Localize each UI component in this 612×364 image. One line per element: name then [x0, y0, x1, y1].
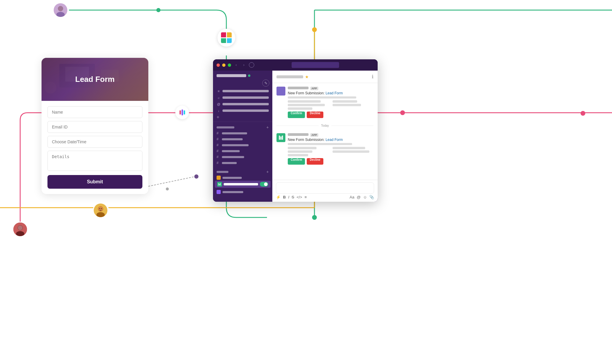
dm-item-2[interactable]	[213, 189, 272, 195]
add-channel-button[interactable]: +	[266, 125, 269, 130]
add-dm-button[interactable]: +	[266, 169, 269, 174]
sidebar-add-button[interactable]: +	[213, 114, 272, 120]
app-badge-1: APP	[310, 87, 318, 90]
name-input[interactable]	[47, 106, 142, 118]
channel-name-bar	[276, 75, 303, 78]
italic-icon[interactable]: I	[288, 195, 289, 199]
svg-point-7	[312, 27, 317, 32]
svg-rect-33	[280, 136, 282, 140]
field-2-1	[288, 147, 317, 149]
info-icon[interactable]: ℹ	[372, 74, 373, 80]
titlebar-close[interactable]	[217, 63, 220, 67]
field-5	[288, 107, 312, 110]
slack-q4	[227, 38, 232, 43]
dashed-small-dot	[166, 187, 169, 190]
mention-icon[interactable]: @	[357, 195, 361, 199]
sidebar-item-mentions[interactable]: @	[213, 101, 272, 107]
channel-item-6[interactable]: #	[213, 160, 272, 166]
fillout-bar-1	[179, 110, 181, 115]
field-2-4	[333, 150, 370, 153]
compose-button[interactable]: ✎	[262, 80, 269, 87]
message-2: APP New Form Submission: Lead Form	[276, 133, 373, 165]
field-2-3	[288, 150, 312, 153]
lead-form-card: Lead Form Submit	[42, 58, 148, 194]
message-2-actions: Confirm Decline	[288, 158, 373, 165]
attach-icon[interactable]: 📎	[369, 195, 374, 199]
nav-forward[interactable]: ›	[241, 62, 247, 68]
font-size-icon[interactable]: Aa	[350, 195, 355, 199]
confirm-button-1[interactable]: Confirm	[288, 112, 305, 118]
svg-rect-29	[218, 183, 219, 185]
nav-back[interactable]: ‹	[233, 62, 239, 68]
lead-form-link-1[interactable]: Lead Form	[325, 91, 343, 95]
submit-button[interactable]: Submit	[47, 175, 142, 189]
star-icon[interactable]: ★	[305, 74, 309, 79]
message-1-fields	[288, 100, 373, 110]
message-input-box[interactable]	[276, 182, 374, 194]
history-clock	[249, 62, 254, 68]
svg-point-18	[101, 208, 102, 209]
message-1: APP New Form Submission: Lead Form	[276, 87, 373, 118]
slack-body: ✎ ≡ ⌕ @ ↓ + +	[213, 71, 378, 202]
dm-avatar-1	[217, 176, 221, 180]
decline-button-1[interactable]: Decline	[307, 112, 323, 118]
svg-point-13	[56, 12, 65, 17]
message-2-text: New Form Submission: Lead Form	[288, 138, 373, 142]
dm-section-header: +	[213, 168, 272, 175]
sender-name-1	[288, 87, 309, 89]
lead-form-header: Lead Form	[42, 58, 148, 101]
svg-rect-32	[279, 136, 280, 140]
code-icon[interactable]: </>	[297, 195, 302, 199]
details-textarea[interactable]	[47, 151, 142, 171]
svg-point-6	[400, 110, 405, 115]
slack-sidebar: ✎ ≡ ⌕ @ ↓ + +	[213, 71, 272, 202]
field-1	[288, 100, 321, 103]
fillout-bar-2	[182, 109, 183, 115]
datetime-input[interactable]	[47, 136, 142, 148]
sidebar-more-label	[222, 109, 269, 112]
field-2-5	[288, 154, 308, 156]
titlebar-maximize[interactable]	[228, 63, 231, 67]
slack-main-content: ★ ℹ APP New Form Submission: Lead Form	[272, 71, 378, 202]
workspace-name	[217, 74, 246, 77]
svg-point-15	[96, 212, 105, 217]
channel-toggle[interactable]	[260, 182, 268, 187]
titlebar-minimize[interactable]	[222, 63, 225, 67]
chat-input-area: ⚡ B I S </> ≡ Aa @ ☺ 📎	[272, 180, 378, 202]
email-input[interactable]	[47, 121, 142, 133]
bold-icon[interactable]: B	[283, 195, 286, 199]
channel-item-5[interactable]: #	[213, 154, 272, 160]
dashed-connector-dot	[194, 174, 198, 179]
emoji-icon[interactable]: ☺	[363, 195, 367, 199]
divider-label: Today	[321, 124, 329, 127]
confirm-button-2[interactable]: Confirm	[288, 158, 305, 165]
channel-item-4[interactable]: #	[213, 148, 272, 154]
svg-point-17	[99, 208, 100, 209]
lead-form-link-2[interactable]: Lead Form	[325, 138, 343, 142]
search-bar[interactable]	[292, 62, 339, 68]
decline-button-2[interactable]: Decline	[307, 158, 323, 165]
active-channel-fillout[interactable]	[215, 181, 271, 188]
online-status	[248, 74, 250, 77]
field-bar-msg2	[288, 143, 352, 145]
fillout-bar-3	[184, 110, 185, 115]
sidebar-item-more[interactable]: ↓	[213, 107, 272, 114]
message-1-text: New Form Submission: Lead Form	[288, 91, 373, 95]
channel-item-2[interactable]: #	[213, 136, 272, 142]
channels-section-header: +	[213, 123, 272, 130]
lightning-icon[interactable]: ⚡	[276, 195, 281, 199]
field-bar-1	[288, 96, 356, 98]
slack-q1	[221, 32, 226, 37]
sidebar-item-threads[interactable]: ≡	[213, 88, 272, 94]
message-1-header: APP	[288, 87, 373, 90]
strikethrough-icon[interactable]: S	[292, 195, 294, 199]
channel-item-3[interactable]: #	[213, 142, 272, 148]
svg-rect-31	[220, 183, 221, 185]
channel-item-1[interactable]: #	[213, 130, 272, 136]
avatar-bottom-center	[93, 203, 108, 218]
sidebar-item-search[interactable]: ⌕	[213, 94, 272, 101]
list-icon[interactable]: ≡	[304, 195, 307, 199]
dm-item-1[interactable]	[213, 175, 272, 181]
svg-point-28	[44, 82, 56, 93]
message-1-content: APP New Form Submission: Lead Form	[288, 87, 373, 118]
